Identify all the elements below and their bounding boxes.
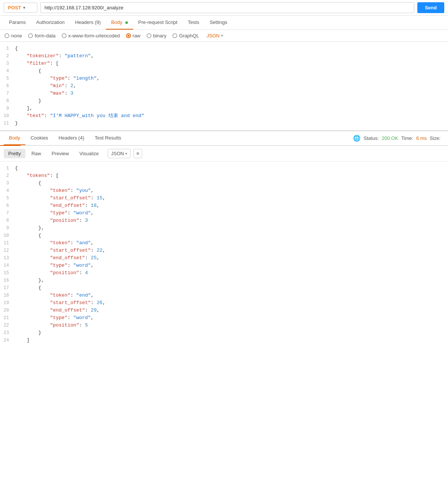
tab-authorization[interactable]: Authorization	[31, 16, 70, 30]
response-toolbar: Pretty Raw Preview Visualize JSON ▾ ≡	[0, 146, 448, 162]
tab-params[interactable]: Params	[4, 16, 31, 30]
code-line: 5 "type": "length",	[0, 75, 448, 82]
code-line: 4 "token": "you",	[0, 187, 448, 194]
request-code-editor[interactable]: 1{2 "tokenizer": "pattern",3 "filter": […	[0, 42, 448, 131]
tab-headers[interactable]: Headers (9)	[70, 16, 106, 30]
code-line: 20 "end_offset": 29,	[0, 307, 448, 314]
code-line: 24 ]	[0, 337, 448, 344]
code-line: 15 "position": 4	[0, 269, 448, 277]
option-urlencoded[interactable]: x-www-form-urlencoded	[62, 33, 120, 39]
code-line: 3 "filter": [	[0, 60, 448, 67]
tab-body[interactable]: Body	[106, 16, 133, 30]
wrap-lines-button[interactable]: ≡	[134, 149, 142, 158]
response-section: Body Cookies Headers (4) Test Results 🌐 …	[0, 131, 448, 347]
code-line: 10 {	[0, 232, 448, 239]
resp-tab-cookies[interactable]: Cookies	[25, 131, 53, 145]
code-line: 6 "end_offset": 18,	[0, 202, 448, 209]
resp-tab-test-results[interactable]: Test Results	[89, 131, 126, 145]
option-form-data[interactable]: form-data	[28, 33, 56, 39]
code-line: 18 "token": "end",	[0, 292, 448, 299]
code-line: 5 "start_offset": 15,	[0, 194, 448, 202]
json-format-select[interactable]: JSON ▾	[206, 33, 223, 39]
code-line: 22 "position": 5	[0, 322, 448, 329]
code-line: 8 "position": 3	[0, 217, 448, 224]
resp-tab-headers[interactable]: Headers (4)	[53, 131, 90, 145]
status-label: Status:	[363, 135, 378, 141]
radio-none	[4, 33, 9, 38]
code-line: 1{	[0, 165, 448, 172]
code-line: 9 },	[0, 224, 448, 232]
code-line: 19 "start_offset": 26,	[0, 299, 448, 307]
option-none[interactable]: none	[4, 33, 22, 39]
code-line: 11}	[0, 120, 448, 127]
resp-visualize-btn[interactable]: Visualize	[75, 149, 103, 158]
code-line: 1{	[0, 45, 448, 52]
body-options: none form-data x-www-form-urlencoded raw…	[0, 30, 448, 42]
radio-graphql	[172, 33, 177, 38]
url-input[interactable]	[40, 2, 414, 13]
response-code-editor: 1{2 "tokens": [3 {4 "token": "you",5 "st…	[0, 162, 448, 347]
resp-tab-body[interactable]: Body	[4, 131, 25, 145]
code-line: 3 {	[0, 180, 448, 187]
body-active-dot	[125, 21, 128, 24]
time-value: 6 ms	[416, 135, 427, 141]
code-line: 7 "type": "word",	[0, 209, 448, 217]
code-line: 2 "tokenizer": "pattern",	[0, 52, 448, 60]
resp-json-select[interactable]: JSON ▾	[108, 149, 131, 158]
code-line: 2 "tokens": [	[0, 172, 448, 180]
option-graphql[interactable]: GraphQL	[172, 33, 199, 39]
tab-settings[interactable]: Settings	[205, 16, 233, 30]
radio-binary	[147, 33, 151, 38]
code-line: 10 "text": "I'M HAPPY_with you 结束 and en…	[0, 112, 448, 120]
request-tab-bar: Params Authorization Headers (9) Body Pr…	[0, 16, 448, 30]
status-area: 🌐 Status: 200 OK Time: 6 ms Size:	[353, 135, 444, 142]
code-line: 6 "min": 2,	[0, 82, 448, 90]
option-raw[interactable]: raw	[126, 33, 141, 39]
radio-form-data	[28, 33, 33, 38]
code-line: 8 }	[0, 97, 448, 105]
radio-raw	[126, 33, 131, 38]
code-line: 14 "type": "word",	[0, 262, 448, 269]
code-line: 17 {	[0, 284, 448, 292]
method-select[interactable]: POST ▾	[4, 3, 37, 13]
resp-raw-btn[interactable]: Raw	[27, 149, 46, 158]
radio-urlencoded	[62, 33, 67, 38]
resp-pretty-btn[interactable]: Pretty	[4, 149, 25, 158]
json-chevron-icon: ▾	[221, 33, 223, 38]
method-label: POST	[8, 5, 21, 10]
response-tab-bar: Body Cookies Headers (4) Test Results 🌐 …	[0, 131, 448, 146]
globe-icon: 🌐	[353, 135, 360, 142]
option-binary[interactable]: binary	[147, 33, 166, 39]
code-line: 9 ],	[0, 105, 448, 112]
code-line: 13 "end_offset": 25,	[0, 254, 448, 262]
code-line: 12 "start_offset": 22,	[0, 247, 448, 254]
send-button[interactable]: Send	[417, 2, 444, 13]
size-label: Size:	[430, 135, 441, 141]
tab-pre-request[interactable]: Pre-request Script	[133, 16, 183, 30]
code-line: 7 "max": 3	[0, 90, 448, 97]
code-line: 4 {	[0, 67, 448, 75]
code-line: 16 },	[0, 277, 448, 284]
code-line: 23 }	[0, 329, 448, 337]
resp-preview-btn[interactable]: Preview	[47, 149, 73, 158]
time-label: Time:	[401, 135, 413, 141]
top-bar: POST ▾ Send	[0, 0, 448, 16]
method-chevron: ▾	[23, 6, 25, 10]
code-line: 21 "type": "word",	[0, 314, 448, 322]
resp-json-chevron-icon: ▾	[125, 151, 127, 156]
status-value: 200 OK	[382, 135, 398, 141]
code-line: 11 "token": "and",	[0, 239, 448, 247]
tab-tests[interactable]: Tests	[182, 16, 204, 30]
